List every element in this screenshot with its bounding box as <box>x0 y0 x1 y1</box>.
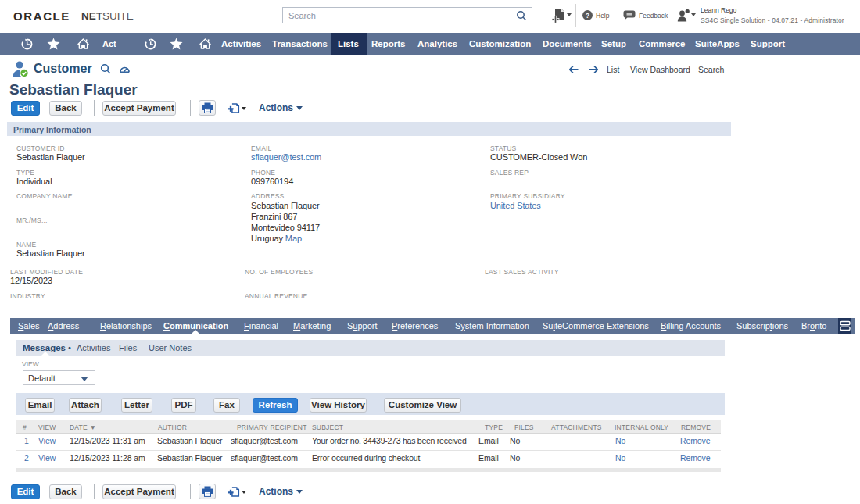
svg-text:?: ? <box>586 12 590 20</box>
